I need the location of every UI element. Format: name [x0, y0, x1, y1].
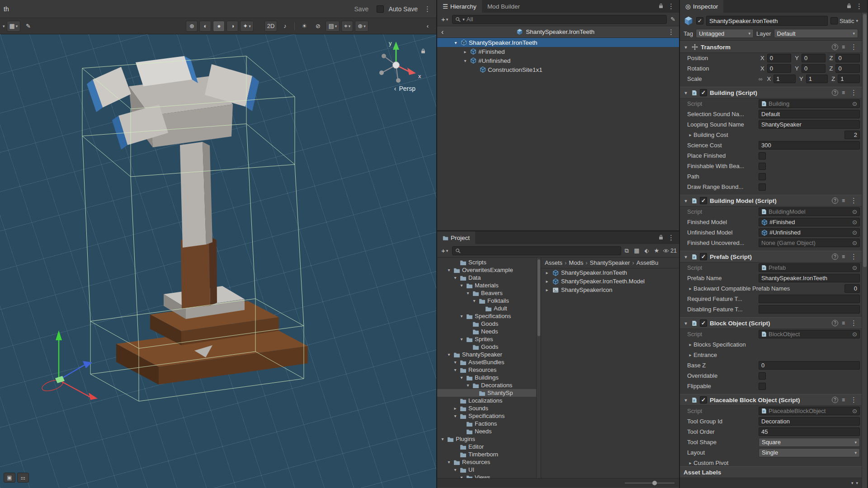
- breadcrumb-item[interactable]: Mods: [569, 259, 583, 266]
- project-folder-item[interactable]: ▾Folktails: [437, 297, 536, 305]
- script-object-field[interactable]: #BlockObject⊙: [759, 330, 860, 338]
- favorites-icon[interactable]: ★: [652, 247, 660, 254]
- foldout-arrow-icon[interactable]: ▾: [446, 352, 452, 357]
- text-field[interactable]: Decoration: [759, 417, 860, 426]
- project-folder-item[interactable]: ▾Views: [437, 474, 536, 478]
- project-folder-item[interactable]: Localizations: [437, 397, 536, 404]
- project-folder-item[interactable]: ▾Decorations: [437, 381, 536, 389]
- breadcrumb-item[interactable]: Assets: [545, 259, 562, 266]
- text-field[interactable]: [759, 305, 860, 314]
- project-folder-item[interactable]: Editor: [437, 443, 536, 450]
- object-picker-icon[interactable]: ⊙: [852, 331, 857, 338]
- project-folder-item[interactable]: Timberborn: [437, 450, 536, 458]
- kebab-menu-icon[interactable]: ⋮: [422, 5, 433, 13]
- search-filter-dropdown-icon[interactable]: ▾: [462, 17, 465, 22]
- project-folder-item[interactable]: ▾Sprites: [437, 335, 536, 343]
- hierarchy-item[interactable]: ConstructionSite1x1: [437, 65, 679, 74]
- lock-icon[interactable]: [847, 3, 851, 10]
- foldout-arrow-icon[interactable]: ▾: [683, 398, 689, 403]
- foldout-arrow-icon[interactable]: ▸: [544, 287, 550, 292]
- project-search-input[interactable]: [452, 246, 621, 255]
- foldout-label[interactable]: Building Cost: [693, 131, 844, 138]
- gizmos-dropdown[interactable]: ⊕ ▾: [355, 21, 368, 32]
- foldout-arrow-icon[interactable]: ▸: [544, 270, 550, 275]
- property-checkbox[interactable]: [759, 372, 766, 380]
- foldout-arrow-icon[interactable]: ▸: [462, 49, 468, 54]
- shading-half-button[interactable]: ◐: [199, 21, 211, 32]
- position-y-field[interactable]: 0: [802, 54, 826, 62]
- kebab-menu-icon[interactable]: ⋮: [666, 28, 676, 36]
- foldout-arrow-icon[interactable]: ▾: [453, 413, 458, 418]
- tab-project[interactable]: Project: [437, 231, 475, 244]
- foldout-arrow-icon[interactable]: ▾: [446, 267, 452, 272]
- property-dropdown[interactable]: Single▾: [759, 448, 860, 457]
- breadcrumb-item[interactable]: ShantySpeaker: [590, 259, 630, 266]
- project-folder-item[interactable]: Goods: [437, 343, 536, 351]
- chevron-down-icon[interactable]: ▾: [3, 24, 5, 28]
- foldout-arrow-icon[interactable]: ▾: [453, 275, 458, 280]
- foldout-arrow-icon[interactable]: ▾: [453, 467, 458, 472]
- camera-dropdown[interactable]: ⌖ ▾: [341, 21, 353, 32]
- presets-icon[interactable]: ≡: [842, 44, 845, 50]
- property-checkbox[interactable]: [759, 183, 766, 191]
- tag-dropdown[interactable]: Untagged▾: [696, 29, 754, 38]
- tab-inspector[interactable]: ◎ Inspector: [680, 0, 723, 13]
- foldout-arrow-icon[interactable]: ▾: [459, 314, 464, 319]
- viewport-debug-button[interactable]: ⚏: [17, 473, 29, 483]
- component-enable-checkbox[interactable]: [700, 319, 707, 327]
- object-field[interactable]: None (Game Object)⊙: [759, 239, 860, 247]
- gameobject-name-field[interactable]: [706, 16, 828, 26]
- gizmo-lock-icon[interactable]: [421, 48, 425, 55]
- 2d-toggle-button[interactable]: 2D: [264, 21, 278, 32]
- project-folder-item[interactable]: ▾UI: [437, 466, 536, 474]
- picking-toggle-icon[interactable]: ✎: [669, 16, 677, 23]
- label-icon[interactable]: ⬖: [643, 247, 650, 254]
- foldout-label[interactable]: Entrance: [693, 352, 860, 358]
- kebab-menu-icon[interactable]: ⋮: [854, 2, 864, 10]
- project-folder-item[interactable]: ShantySp: [437, 389, 536, 397]
- foldout-arrow-icon[interactable]: ▾: [683, 90, 689, 95]
- foldout-arrow-icon[interactable]: ▾: [459, 475, 464, 478]
- rotation-y-field[interactable]: 0: [802, 64, 826, 73]
- gameobject-enable-checkbox[interactable]: [696, 17, 703, 24]
- component-enable-checkbox[interactable]: [700, 89, 707, 96]
- project-folder-item[interactable]: ▾Resources: [437, 366, 536, 374]
- script-object-field[interactable]: #Building⊙: [759, 99, 860, 108]
- project-folder-item[interactable]: ▾Materials: [437, 282, 536, 289]
- foldout-arrow-icon[interactable]: ▸: [687, 352, 693, 357]
- property-checkbox[interactable]: [759, 173, 766, 180]
- tab-mod-builder[interactable]: Mod Builder: [482, 0, 525, 13]
- project-file-item[interactable]: ▸ShantySpeakerIcon: [541, 286, 679, 294]
- component-header[interactable]: ▾#Building Model (Script)?≡⋮: [680, 195, 862, 206]
- prefab-stage-title[interactable]: ShantySpeaker.IronTeeth: [448, 28, 663, 35]
- project-folder-item[interactable]: Needs: [437, 427, 536, 435]
- foldout-arrow-icon[interactable]: ▸: [687, 132, 693, 137]
- project-folder-item[interactable]: Factions: [437, 420, 536, 427]
- help-icon[interactable]: ?: [832, 397, 838, 403]
- project-folder-item[interactable]: ▾ShantySpeaker: [437, 351, 536, 358]
- save-button[interactable]: Save: [350, 5, 372, 14]
- object-picker-icon[interactable]: ⊙: [852, 408, 857, 414]
- scale-x-field[interactable]: 1: [774, 75, 796, 83]
- open-in-window-icon[interactable]: ⧉: [623, 247, 630, 254]
- tab-hierarchy[interactable]: ☰ Hierarchy: [437, 0, 482, 13]
- lock-icon[interactable]: [659, 234, 663, 241]
- project-folder-item[interactable]: ▾Beavers: [437, 289, 536, 297]
- component-header[interactable]: ▾#Placeable Block Object (Script)?≡⋮: [680, 394, 862, 406]
- foldout-arrow-icon[interactable]: ▾: [459, 337, 464, 342]
- text-field[interactable]: [759, 295, 860, 303]
- foldout-arrow-icon[interactable]: ▾: [683, 254, 689, 259]
- presets-icon[interactable]: ≡: [842, 89, 845, 96]
- text-field[interactable]: 300: [759, 141, 860, 150]
- hidden-objects-toggle[interactable]: ⊘: [312, 21, 324, 32]
- scale-link-icon[interactable]: ∞: [759, 76, 763, 82]
- object-picker-icon[interactable]: ⊙: [852, 219, 857, 225]
- lighting-toggle-button[interactable]: ☀: [298, 21, 310, 32]
- help-icon[interactable]: ?: [832, 320, 838, 326]
- foldout-arrow-icon[interactable]: ▸: [544, 279, 550, 284]
- component-header[interactable]: ▾Transform?≡⋮: [680, 41, 862, 53]
- shading-globe-button[interactable]: ⊕: [186, 21, 198, 32]
- rotation-z-field[interactable]: 0: [835, 64, 860, 73]
- foldout-arrow-icon[interactable]: ▾: [453, 367, 458, 372]
- text-field[interactable]: 45: [759, 427, 860, 436]
